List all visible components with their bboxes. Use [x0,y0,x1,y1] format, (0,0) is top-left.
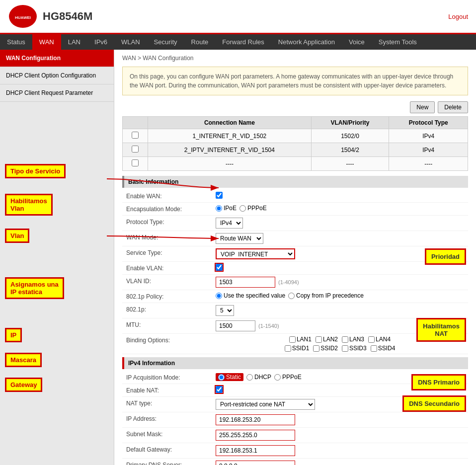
p802-select[interactable]: 5 012 3467 [216,305,234,316]
page-wrapper: HUAWEI HG8546M Logout Status WAN LAN IPv… [0,0,476,465]
ip-static-radio[interactable] [218,374,225,381]
ssid2-checkbox[interactable] [313,345,319,352]
lan4-checkbox[interactable] [368,336,375,343]
ip-pppoe-option[interactable]: PPPoE [274,374,302,381]
annotation-habilitamos-vlan: HabilitamosVlan [5,194,53,216]
nav-security[interactable]: Security [147,34,184,50]
ip-address-value [216,414,464,425]
table-row: ---- ---- ---- [123,157,468,171]
ip-dhcp-radio[interactable] [246,374,253,381]
delete-button[interactable]: Delete [438,101,468,113]
row3-vlan: ---- [311,157,389,171]
nav-wan[interactable]: WAN [32,34,61,50]
sidebar-item-dhcp-request[interactable]: DHCP Client Request Parameter [0,84,114,102]
col-check [123,117,148,129]
header: HUAWEI HG8546M Logout [0,0,476,34]
primary-dns-label: Primary DNS Server: [126,461,216,465]
nat-type-select[interactable]: Port-restricted cone NAT Full cone NAT A… [216,399,315,410]
policy-802-value: Use the specified value Copy from IP pre… [216,292,464,299]
enable-vlan-value [216,264,464,271]
default-gw-input[interactable] [216,445,295,456]
annotation-prioridad: Prioridad [425,248,466,265]
logout-button[interactable]: Logout [448,13,468,20]
header-logo: HUAWEI HG8546M [8,4,92,29]
row2-checkbox[interactable] [132,146,139,153]
encap-mode-label: Encapsulation Mode: [126,205,216,213]
enable-wan-value [216,192,464,199]
wan-mode-row: WAN Mode: Route WAN Bridge WAN [122,231,468,246]
col-protocol: Protocol Type [389,117,468,129]
ipv4-info-title: IPv4 Information [122,357,468,369]
nav-lan[interactable]: LAN [61,34,87,50]
ssid4-checkbox[interactable] [371,345,377,352]
protocol-type-row: Protocol Type: IPv4 IPv6 [122,216,468,231]
binding-lan2[interactable]: LAN2 [316,336,338,343]
annotation-dns-primario: DNS Primario [411,374,466,390]
binding-ssid3[interactable]: SSID3 [342,345,367,352]
annotation-vlan: Vlan [5,229,29,243]
binding-lan3[interactable]: LAN3 [342,336,364,343]
enable-vlan-checkbox[interactable] [216,264,223,271]
service-type-select[interactable]: VOIP_INTERNET INTERNET VOIP OTHER [216,248,295,259]
sidebar-item-wan-config[interactable]: WAN Configuration [0,50,114,67]
ip-dhcp-option[interactable]: DHCP [246,374,271,381]
subnet-mask-value [216,430,464,441]
lan2-checkbox[interactable] [316,336,322,343]
encap-pppoe-option[interactable]: PPPoE [239,205,267,212]
primary-dns-row: Primary DNS Server: [122,459,468,465]
binding-ssid2[interactable]: SSID2 [313,345,338,352]
subnet-mask-label: Subnet Mask: [126,430,216,438]
policy-copy-radio[interactable] [288,293,295,299]
policy-specified-option[interactable]: Use the specified value [216,292,285,299]
encap-ipoe-radio[interactable] [216,205,222,212]
primary-dns-input[interactable] [216,461,295,465]
encap-ipoe-option[interactable]: IPoE [216,205,237,212]
binding-lan1[interactable]: LAN1 [289,336,312,343]
binding-ssid4[interactable]: SSID4 [371,345,396,352]
binding-lan4[interactable]: LAN4 [368,336,391,343]
lan1-checkbox[interactable] [289,336,296,343]
ssid1-checkbox[interactable] [285,345,291,352]
nav-system-tools[interactable]: System Tools [372,34,424,50]
enable-wan-row: Enable WAN: [122,190,468,203]
nav-status[interactable]: Status [0,34,32,50]
wan-mode-select[interactable]: Route WAN Bridge WAN [216,233,263,244]
row3-checkbox[interactable] [132,159,139,166]
sidebar-item-dhcp-option[interactable]: DHCP Client Option Configuration [0,67,114,84]
lan3-checkbox[interactable] [342,336,348,343]
ip-address-input[interactable] [216,414,295,425]
nav-network-application[interactable]: Network Application [271,34,342,50]
binding-ssid-row: SSID1 SSID2 SSID3 SSID4 [285,345,396,352]
enable-nat-checkbox[interactable] [216,386,223,393]
nav-route[interactable]: Route [184,34,216,50]
nav-wlan[interactable]: WLAN [114,34,147,50]
row1-vlan: 1502/0 [311,129,389,143]
huawei-logo-icon: HUAWEI [8,4,38,29]
encap-pppoe-radio[interactable] [239,205,246,212]
protocol-type-select[interactable]: IPv4 IPv6 [216,218,243,229]
policy-specified-radio[interactable] [216,293,222,299]
policy-copy-option[interactable]: Copy from IP precedence [288,292,364,299]
enable-wan-checkbox[interactable] [216,192,223,199]
row1-protocol: IPv4 [389,129,468,143]
mtu-input[interactable] [216,320,255,331]
row1-checkbox[interactable] [132,132,139,139]
vlan-id-input[interactable] [216,277,275,288]
nav-ipv6[interactable]: IPv6 [87,34,114,50]
primary-dns-value [216,461,464,465]
ssid3-checkbox[interactable] [342,345,348,352]
wan-mode-label: WAN Mode: [126,233,216,241]
binding-label: Binding Options: [126,336,216,344]
subnet-mask-input[interactable] [216,430,295,441]
vlan-id-label: VLAN ID: [126,277,216,285]
binding-ssid1[interactable]: SSID1 [285,345,310,352]
nav-forward-rules[interactable]: Forward Rules [215,34,271,50]
svg-text:HUAWEI: HUAWEI [15,15,31,20]
basic-info-title: Basic Information [122,176,468,188]
vlan-id-row: VLAN ID: (1-4094) [122,275,468,290]
new-button[interactable]: New [410,101,435,113]
nav-voice[interactable]: Voice [342,34,372,50]
ip-static-option[interactable]: Static [216,373,243,381]
policy-802-label: 802.1p Policy: [126,292,216,300]
ip-pppoe-radio[interactable] [274,374,281,381]
